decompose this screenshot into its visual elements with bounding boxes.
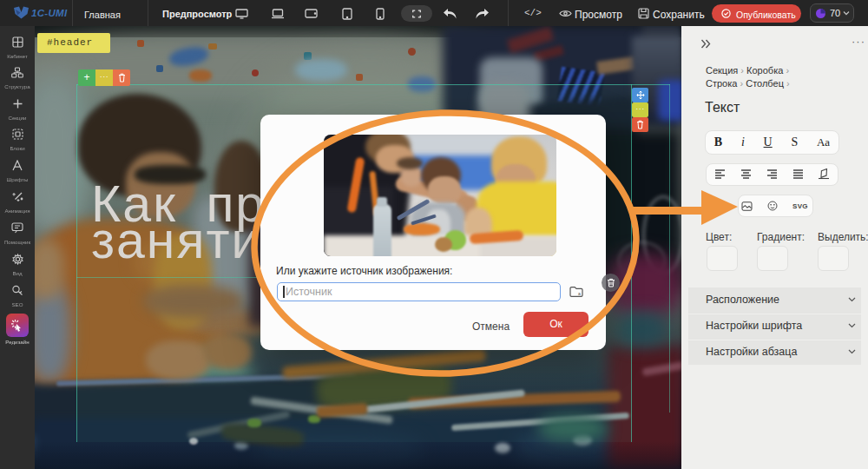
svg-text:a: a [578, 291, 581, 296]
